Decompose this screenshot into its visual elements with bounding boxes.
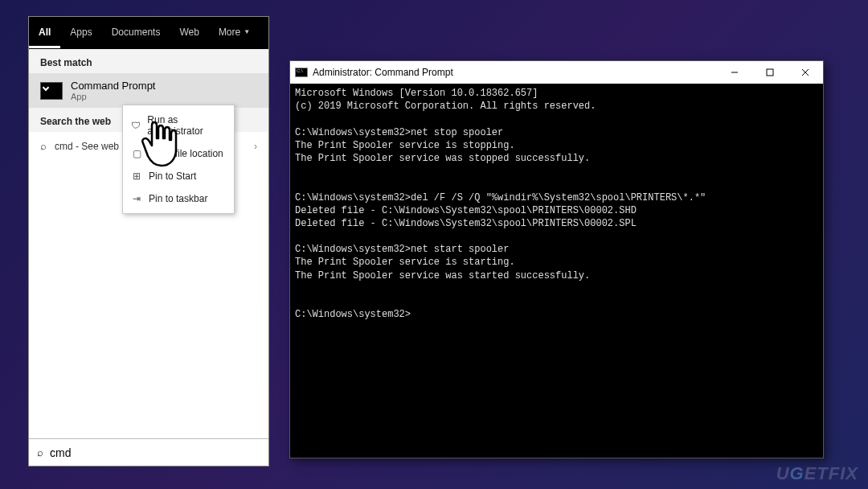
ctx-open-file-location[interactable]: ▢ Open file location — [123, 142, 234, 165]
minimize-icon — [731, 68, 739, 76]
start-search-panel: All Apps Documents Web More ▼ Best match… — [28, 16, 269, 466]
ctx-pin-to-taskbar[interactable]: ⇥ Pin to taskbar — [123, 187, 234, 210]
command-prompt-icon — [40, 82, 63, 100]
chevron-down-icon: ▼ — [244, 28, 250, 35]
pin-taskbar-icon: ⇥ — [131, 193, 142, 204]
console-output[interactable]: Microsoft Windows [Version 10.0.18362.65… — [290, 84, 823, 458]
best-match-texts: Command Prompt App — [71, 80, 155, 101]
watermark-pre: U — [776, 463, 790, 483]
search-filter-tabs: All Apps Documents Web More ▼ — [29, 17, 268, 49]
tab-more[interactable]: More ▼ — [209, 17, 260, 47]
folder-icon: ▢ — [131, 148, 142, 159]
command-prompt-window: Administrator: Command Prompt Microsoft … — [289, 60, 824, 458]
maximize-icon — [766, 68, 774, 76]
window-controls — [717, 61, 823, 84]
search-icon: ⌕ — [37, 446, 43, 458]
tab-documents[interactable]: Documents — [102, 17, 170, 47]
titlebar[interactable]: Administrator: Command Prompt — [290, 61, 823, 84]
close-icon — [801, 68, 809, 76]
ctx-label: Pin to Start — [149, 171, 196, 182]
chevron-right-icon: › — [254, 141, 257, 152]
tab-apps[interactable]: Apps — [60, 17, 101, 47]
watermark: UGETFIX — [776, 463, 858, 484]
context-menu: 🛡 Run as administrator ▢ Open file locat… — [122, 105, 235, 214]
search-icon: ⌕ — [40, 140, 47, 152]
close-button[interactable] — [788, 61, 823, 84]
pin-start-icon: ⊞ — [131, 171, 142, 182]
ctx-label: Pin to taskbar — [149, 193, 207, 204]
ctx-label: Run as administrator — [147, 114, 226, 137]
window-title: Administrator: Command Prompt — [313, 67, 453, 78]
watermark-post: ETFIX — [805, 463, 858, 483]
search-box[interactable]: ⌕ — [29, 438, 268, 466]
tab-web[interactable]: Web — [170, 17, 208, 47]
command-prompt-icon — [295, 68, 308, 77]
search-input[interactable] — [50, 446, 260, 459]
maximize-button[interactable] — [752, 61, 788, 84]
ctx-run-as-admin[interactable]: 🛡 Run as administrator — [123, 109, 234, 142]
tab-more-label: More — [219, 27, 240, 38]
best-match-title: Command Prompt — [71, 80, 155, 92]
svg-rect-1 — [767, 69, 773, 76]
best-match-subtitle: App — [71, 92, 155, 101]
best-match-result[interactable]: Command Prompt App — [29, 73, 268, 108]
ctx-pin-to-start[interactable]: ⊞ Pin to Start — [123, 165, 234, 187]
ctx-label: Open file location — [149, 148, 223, 159]
watermark-accent: G — [790, 463, 805, 483]
admin-icon: 🛡 — [131, 120, 141, 131]
best-match-header: Best match — [29, 49, 268, 73]
minimize-button[interactable] — [717, 61, 752, 84]
tab-all[interactable]: All — [29, 18, 60, 48]
